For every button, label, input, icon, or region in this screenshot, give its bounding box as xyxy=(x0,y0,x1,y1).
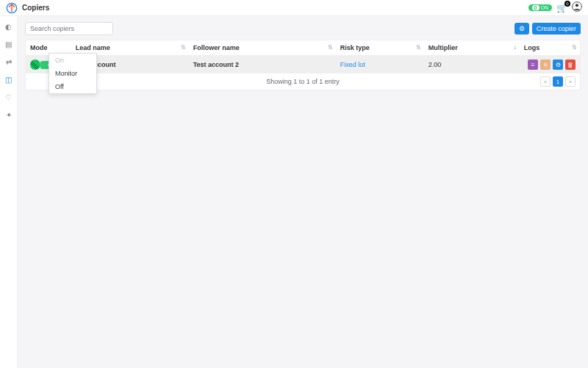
gear-icon: ⚙ xyxy=(519,25,525,32)
nav-copiers-icon[interactable]: ◫ xyxy=(4,75,13,84)
nav-accounts-icon[interactable]: ▤ xyxy=(4,40,13,48)
app-logo xyxy=(6,2,18,14)
mode-option-monitor[interactable]: Monitor xyxy=(49,67,96,80)
nav-dashboard-icon[interactable]: ◐ xyxy=(4,22,13,31)
settings-button[interactable]: ⚙ xyxy=(514,23,529,35)
nav-trades-icon[interactable]: ⇄ xyxy=(4,57,13,66)
nav-analytics-icon[interactable]: ♡ xyxy=(4,93,13,101)
cart-icon[interactable]: 🛒0 xyxy=(556,3,567,13)
status-indicator-icon xyxy=(30,59,40,70)
sort-icon: ↓ xyxy=(514,44,517,51)
create-copier-button[interactable]: Create copier xyxy=(532,23,581,35)
risk-type-link[interactable]: Fixed lot xyxy=(340,61,365,68)
sort-icon: ⇅ xyxy=(181,44,186,51)
logs-button[interactable]: ≡ xyxy=(528,59,538,70)
status-pill[interactable]: 0 ON xyxy=(528,4,552,11)
page-title: Copiers xyxy=(22,4,49,12)
sort-icon: ⇅ xyxy=(328,44,333,51)
mode-dropdown-menu: On Monitor Off xyxy=(49,53,97,94)
copiers-table: Mode Lead name⇅ Follower name⇅ Risk type… xyxy=(25,40,581,90)
nav-settings-icon[interactable]: ✦ xyxy=(4,110,13,119)
pager-prev[interactable]: « xyxy=(540,76,551,87)
user-icon[interactable] xyxy=(572,1,582,14)
sort-icon: ⇅ xyxy=(572,44,577,51)
sidebar: ◐ ▤ ⇄ ◫ ♡ ✦ xyxy=(0,16,18,368)
table-row[interactable]: On▾ Test account Test account 2 Fixed lo… xyxy=(26,56,580,74)
search-input[interactable] xyxy=(25,22,113,35)
mode-option-on: On xyxy=(49,54,96,67)
mode-option-off[interactable]: Off xyxy=(49,80,96,93)
multiplier-cell: 2.00 xyxy=(424,56,520,74)
follower-name-cell: Test account 2 xyxy=(189,56,336,74)
footer-text: Showing 1 to 1 of 1 entry xyxy=(266,78,340,85)
col-follower[interactable]: Follower name⇅ xyxy=(189,40,336,56)
pager-page-1[interactable]: 1 xyxy=(553,76,563,87)
edit-button[interactable]: ⚙ xyxy=(553,59,563,70)
col-multiplier[interactable]: Multiplier↓ xyxy=(424,40,520,56)
sort-icon: ⇅ xyxy=(416,44,421,51)
pager-next[interactable]: » xyxy=(565,76,576,87)
svg-point-2 xyxy=(576,4,578,7)
delete-button[interactable]: 🗑 xyxy=(565,59,576,70)
col-logs[interactable]: Logs⇅ xyxy=(520,40,580,56)
copy-button[interactable]: ⎘ xyxy=(540,59,551,70)
col-risk[interactable]: Risk type⇅ xyxy=(336,40,424,56)
